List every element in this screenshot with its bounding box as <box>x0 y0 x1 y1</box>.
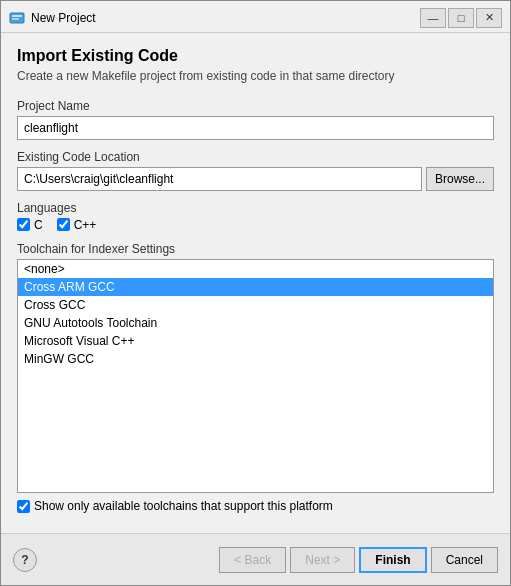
code-location-group: Existing Code Location Browse... <box>17 150 494 191</box>
code-location-input[interactable] <box>17 167 422 191</box>
window-icon <box>9 10 25 26</box>
svg-rect-1 <box>12 15 22 17</box>
toolchain-item-cross-arm-gcc[interactable]: Cross ARM GCC <box>18 278 493 296</box>
toolchain-item-cross-gcc[interactable]: Cross GCC <box>18 296 493 314</box>
languages-group: Languages C C++ <box>17 201 494 232</box>
c-language-checkbox-label[interactable]: C <box>17 218 43 232</box>
back-button[interactable]: < Back <box>219 547 286 573</box>
new-project-window: New Project — □ ✕ Import Existing Code C… <box>0 0 511 586</box>
title-bar-controls: — □ ✕ <box>420 8 502 28</box>
bottom-bar: ? < Back Next > Finish Cancel <box>1 533 510 585</box>
toolchain-item-gnu-autotools[interactable]: GNU Autotools Toolchain <box>18 314 493 332</box>
toolchain-section: Toolchain for Indexer Settings <none>Cro… <box>17 242 494 523</box>
window-title: New Project <box>31 11 420 25</box>
toolchain-list[interactable]: <none>Cross ARM GCCCross GCCGNU Autotool… <box>17 259 494 493</box>
project-name-label: Project Name <box>17 99 494 113</box>
languages-row: C C++ <box>17 218 494 232</box>
project-name-input[interactable] <box>17 116 494 140</box>
browse-button[interactable]: Browse... <box>426 167 494 191</box>
next-button[interactable]: Next > <box>290 547 355 573</box>
minimize-button[interactable]: — <box>420 8 446 28</box>
title-bar: New Project — □ ✕ <box>1 1 510 33</box>
page-title: Import Existing Code <box>17 47 494 65</box>
maximize-button[interactable]: □ <box>448 8 474 28</box>
svg-rect-2 <box>12 18 19 20</box>
help-button[interactable]: ? <box>13 548 37 572</box>
cpp-language-checkbox-label[interactable]: C++ <box>57 218 97 232</box>
toolchain-label: Toolchain for Indexer Settings <box>17 242 494 256</box>
cpp-language-checkbox[interactable] <box>57 218 70 231</box>
toolchain-item-msvc[interactable]: Microsoft Visual C++ <box>18 332 493 350</box>
toolchain-item-none[interactable]: <none> <box>18 260 493 278</box>
close-button[interactable]: ✕ <box>476 8 502 28</box>
toolchain-item-mingw[interactable]: MinGW GCC <box>18 350 493 368</box>
project-name-group: Project Name <box>17 99 494 140</box>
code-location-label: Existing Code Location <box>17 150 494 164</box>
page-subtitle: Create a new Makefile project from exist… <box>17 69 494 85</box>
c-language-label: C <box>34 218 43 232</box>
languages-label: Languages <box>17 201 494 215</box>
cancel-button[interactable]: Cancel <box>431 547 498 573</box>
show-only-label: Show only available toolchains that supp… <box>34 499 333 513</box>
finish-button[interactable]: Finish <box>359 547 426 573</box>
main-content: Import Existing Code Create a new Makefi… <box>1 33 510 533</box>
show-only-row: Show only available toolchains that supp… <box>17 499 494 513</box>
code-location-row: Browse... <box>17 167 494 191</box>
cpp-language-label: C++ <box>74 218 97 232</box>
show-only-checkbox[interactable] <box>17 500 30 513</box>
c-language-checkbox[interactable] <box>17 218 30 231</box>
